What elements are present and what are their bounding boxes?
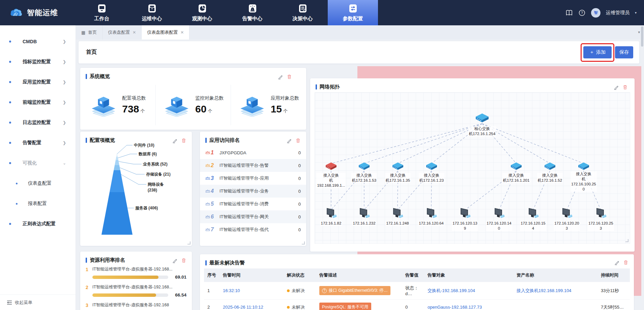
alert-time-link[interactable]: 16:32:10	[223, 288, 240, 293]
close-icon[interactable]: ✕	[180, 30, 184, 35]
nav-item-ops-center[interactable]: 运维中心	[127, 0, 177, 25]
close-icon[interactable]: ✕	[133, 30, 136, 35]
alert-target-link[interactable]: openGauss-192.168.127.73	[428, 305, 482, 310]
pc-label[interactable]: 172.16.1.82	[320, 221, 342, 226]
tab-dashboard-config[interactable]: 仪表盘配置 ✕	[103, 25, 142, 40]
pc-label[interactable]: 172.16.120.154	[520, 221, 546, 231]
rank-row[interactable]: 7 IT智能运维管理平台-低代0	[200, 223, 306, 236]
edit-icon[interactable]	[614, 260, 620, 265]
bullet-icon	[9, 162, 11, 164]
crown-icon	[205, 176, 210, 180]
sidebar-item-report-config[interactable]: 报表配置	[0, 193, 76, 214]
table-row[interactable]: 1 16:32:10 未解决 ?接口 GigabitEthernet0/0/3:…	[204, 282, 630, 300]
user-avatar[interactable]: 智	[591, 8, 601, 18]
switch-label[interactable]: 接入交换机172.16.1.53	[351, 173, 377, 183]
sidebar-item-app-config[interactable]: 应用监控配置 ❯	[0, 72, 76, 92]
pc-label[interactable]: 172.16.120.253	[588, 221, 614, 231]
add-button[interactable]: ＋ 添加	[583, 46, 612, 58]
sidebar-item-metric-config[interactable]: 指标监控配置 ❯	[0, 52, 76, 72]
edit-icon[interactable]	[287, 138, 292, 143]
nav-item-decision-center[interactable]: 决策中心	[277, 0, 328, 25]
bullet-icon	[9, 61, 11, 63]
scrollbar-thumb[interactable]	[641, 26, 643, 47]
rank-row[interactable]: 4 IT智能运维管理平台-业务0	[200, 185, 306, 198]
tab-dashboard-chart-config[interactable]: 仪表盘图表配置 ✕	[142, 25, 189, 40]
sidebar: CMDB ❯ 指标监控配置 ❯ 应用监控配置 ❯ 前端监控配置 ❯ 日志监控配置	[0, 25, 76, 310]
resource-row[interactable]: 1IT智能运维管理平台-虚拟服务器-192.168... 69.01	[86, 266, 186, 280]
rank-row[interactable]: 1 JXFGPGDDA0	[200, 146, 306, 159]
rank-row[interactable]: 3 IT智能运维管理平台-应用0	[200, 172, 306, 185]
edit-icon[interactable]	[614, 84, 619, 90]
pc-label[interactable]: 172.16.120.140	[486, 221, 512, 231]
grid-icon: ▦	[81, 30, 85, 35]
svg-text:(238): (238)	[148, 188, 157, 192]
pc-label[interactable]: 172.16.120.64	[418, 221, 444, 226]
chevron-right-icon: ❯	[63, 39, 66, 44]
topology-canvas[interactable]: 核心交换机172.16.1.254 接入交换机192.168.199.1... …	[315, 92, 630, 244]
chevron-right-icon: ❯	[63, 140, 66, 145]
pc-label[interactable]: 172.16.1.232	[352, 221, 376, 226]
chevron-right-icon: ❯	[63, 100, 66, 105]
nav-item-workbench[interactable]: 工作台	[77, 0, 127, 25]
switch-label[interactable]: 接入交换机172.16.1.23	[419, 173, 444, 183]
switch-label[interactable]: 接入交换机172.16.1.201	[502, 173, 530, 183]
sidebar-item-log-config[interactable]: 日志监控配置 ❯	[0, 112, 76, 133]
status-dot-icon	[287, 306, 290, 309]
nav-item-observe-center[interactable]: 观测中心	[177, 0, 227, 25]
delete-icon[interactable]	[181, 258, 186, 263]
edit-icon[interactable]	[278, 74, 283, 79]
pc-label[interactable]: 172.16.1.248	[385, 221, 409, 226]
resource-row[interactable]: 3IT智能运维管理平台-虚拟服务器-192.168	[86, 302, 186, 308]
access-switch-icon-alarm	[326, 162, 336, 170]
sidebar-item-alert-config[interactable]: 告警配置 ❯	[0, 133, 76, 153]
rank-row[interactable]: 6 IT智能运维管理平台-网关0	[200, 210, 306, 223]
pc-label[interactable]: 172.16.120.139	[452, 221, 478, 231]
svg-text:存储设备 (21): 存储设备 (21)	[146, 172, 171, 177]
switch-label[interactable]: 接入交换机172.16.100.250	[570, 172, 597, 192]
user-name[interactable]: 运维管理员	[606, 10, 630, 16]
sidebar-item-regex-config[interactable]: 正则表达式配置	[0, 214, 76, 234]
pc-label[interactable]: 172.16.120.203	[554, 221, 580, 231]
asset-name-link[interactable]: 接入交换机192.168.199.104	[517, 288, 572, 293]
resource-row[interactable]: 2IT智能运维管理平台-虚拟服务器-192.168... 66.54	[86, 284, 186, 298]
switch-label[interactable]: 接入交换机192.168.199.1...	[316, 173, 346, 188]
sidebar-item-visualization[interactable]: 可视化 ⌄	[0, 153, 76, 173]
rank-row[interactable]: 2 IT智能运维管理平台-告警0	[200, 159, 306, 172]
alert-time-link[interactable]: 2025-06-26 11:10:12	[223, 305, 263, 310]
sidebar-item-dashboard-config[interactable]: 仪表盘配置	[0, 173, 76, 193]
help-icon[interactable]: ?	[578, 9, 586, 17]
delete-icon[interactable]	[623, 260, 628, 265]
docs-book-icon[interactable]	[565, 9, 573, 17]
cloud-logo-icon	[9, 7, 24, 19]
utilization-bar	[92, 293, 168, 297]
core-switch-label[interactable]: 核心交换机172.16.1.254	[468, 126, 496, 136]
rank-row[interactable]: 5 IT智能运维管理平台-消费0	[200, 198, 306, 210]
svg-text:网络设备: 网络设备	[148, 182, 164, 187]
access-switch-icon	[511, 162, 522, 170]
vertical-scrollbar[interactable]	[641, 26, 643, 309]
tab-home[interactable]: ▦ 首页	[76, 25, 103, 40]
sidebar-item-cmdb[interactable]: CMDB ❯	[0, 31, 76, 52]
status-dot-icon	[287, 289, 290, 292]
ops-center-icon	[147, 3, 157, 14]
switch-label[interactable]: 接入交换机172.16.1.35	[385, 173, 411, 183]
alert-desc-badge: PostgreSQL: 服务不可用	[319, 303, 371, 310]
save-button[interactable]: 保存	[615, 46, 633, 58]
edit-icon[interactable]	[172, 258, 178, 263]
alert-target-link[interactable]: 交换机-192.168.199.104	[428, 288, 475, 293]
table-row[interactable]: 2 2025-06-26 11:10:12 未解决 PostgreSQL: 服务…	[204, 300, 630, 310]
delete-icon[interactable]	[295, 138, 301, 143]
pc-icon	[461, 208, 471, 218]
delete-icon[interactable]	[622, 84, 628, 90]
latest-alerts-card: 最新未解决告警 序号告警时间解决状态告警描述告警值告警对象资产名称持续时间 1 …	[200, 254, 634, 310]
user-menu-caret-icon[interactable]: ▾	[635, 11, 637, 15]
bullet-icon	[9, 122, 11, 124]
sidebar-item-frontend-config[interactable]: 前端监控配置 ❯	[0, 92, 76, 112]
nav-item-alarm-center[interactable]: 告警中心	[227, 0, 277, 25]
table-header-row: 序号告警时间解决状态告警描述告警值告警对象资产名称持续时间	[204, 268, 630, 282]
tabbar-dropdown-icon[interactable]: ▾	[638, 30, 640, 34]
switch-label[interactable]: 接入交换机172.16.1.52	[537, 173, 563, 183]
delete-icon[interactable]	[287, 74, 292, 79]
nav-item-param-config[interactable]: 参数配置	[328, 0, 378, 25]
collapse-menu-button[interactable]: 收起菜单	[0, 294, 76, 310]
